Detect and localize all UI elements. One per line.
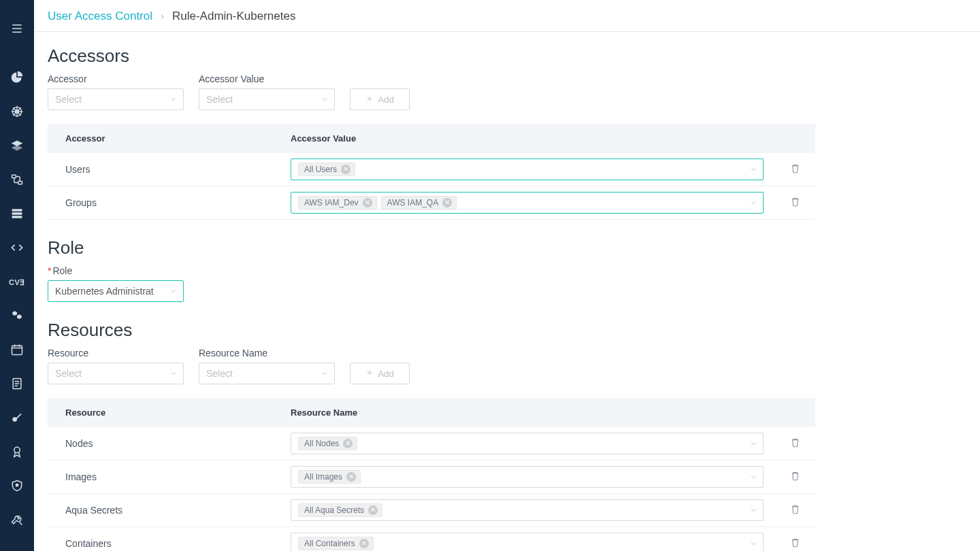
tag-multiselect[interactable]: All Images✕	[291, 466, 764, 488]
chevron-down-icon	[169, 95, 178, 103]
select-placeholder: Select	[55, 368, 165, 379]
resources-heading: Resources	[48, 320, 966, 341]
sidebar-item-settings[interactable]	[0, 503, 34, 537]
table-row: GroupsAWS IAM_Dev✕AWS IAM_QA✕	[48, 186, 815, 220]
svg-line-33	[19, 522, 22, 524]
select-placeholder: Select	[206, 94, 316, 105]
svg-rect-12	[18, 181, 22, 184]
delete-row-button[interactable]	[790, 197, 800, 207]
svg-marker-10	[12, 145, 23, 150]
svg-rect-15	[12, 216, 22, 218]
network-icon	[10, 173, 24, 188]
delete-row-button[interactable]	[790, 471, 800, 481]
tag: All Aqua Secrets✕	[298, 503, 382, 517]
accessors-table-header-accessor: Accessor	[48, 124, 282, 153]
accessor-value-label: Accessor Value	[199, 73, 335, 84]
svg-marker-16	[12, 311, 17, 316]
resources-filter-row: Resource Select Resource Name Select Ad	[48, 348, 966, 384]
delete-row-button[interactable]	[790, 163, 800, 173]
resource-name-label: Resource Name	[199, 348, 335, 358]
calendar-icon	[10, 343, 24, 358]
pie-chart-icon	[10, 71, 24, 86]
role-select[interactable]: Kubernetes Administrat	[48, 280, 184, 302]
select-placeholder: Select	[206, 368, 316, 379]
chevron-down-icon	[749, 473, 757, 481]
server-icon	[10, 207, 24, 222]
remove-tag-button[interactable]: ✕	[359, 539, 369, 548]
table-row: ImagesAll Images✕	[48, 461, 815, 494]
tag-multiselect[interactable]: AWS IAM_Dev✕AWS IAM_QA✕	[291, 192, 764, 214]
select-placeholder: Select	[55, 94, 165, 105]
resource-name-select[interactable]: Select	[199, 363, 335, 384]
menu-toggle-button[interactable]	[0, 12, 34, 46]
award-icon	[10, 445, 24, 461]
plus-icon	[365, 95, 374, 105]
add-accessor-button[interactable]: Add	[350, 88, 410, 110]
chevron-right-icon	[159, 10, 165, 23]
tools-icon	[10, 513, 24, 529]
key-icon	[10, 411, 24, 427]
sidebar-item-integrations[interactable]	[0, 299, 34, 333]
sidebar-item-code[interactable]	[0, 231, 34, 265]
tag-multiselect[interactable]: All Nodes✕	[291, 433, 764, 454]
accessor-select[interactable]: Select	[48, 88, 184, 110]
resources-table-header-resource: Resource	[48, 398, 282, 427]
delete-row-button[interactable]	[790, 537, 800, 548]
svg-rect-11	[12, 175, 16, 178]
sidebar-item-reports[interactable]	[0, 367, 34, 401]
resources-table-header-name: Resource Name	[282, 398, 774, 427]
chevron-down-icon	[169, 287, 178, 295]
tag-multiselect[interactable]: All Containers✕	[291, 533, 764, 551]
row-name: Images	[48, 461, 282, 494]
role-heading: Role	[48, 237, 966, 258]
delete-row-button[interactable]	[790, 437, 800, 448]
svg-rect-30	[16, 413, 21, 418]
tag-label: All Nodes	[304, 439, 339, 448]
tag-label: AWS IAM_QA	[387, 198, 439, 207]
sidebar-item-network[interactable]	[0, 163, 34, 197]
remove-tag-button[interactable]: ✕	[363, 198, 372, 207]
sidebar-item-layers[interactable]	[0, 129, 34, 163]
accessor-value-select[interactable]: Select	[199, 88, 335, 110]
remove-tag-button[interactable]: ✕	[346, 472, 356, 482]
remove-tag-button[interactable]: ✕	[368, 505, 378, 515]
sidebar-item-security[interactable]	[0, 469, 34, 503]
accessors-table: Accessor Accessor Value UsersAll Users✕G…	[48, 124, 815, 220]
svg-point-31	[14, 447, 20, 452]
delete-row-button[interactable]	[790, 504, 800, 514]
role-label: *Role	[48, 265, 966, 276]
remove-tag-button[interactable]: ✕	[343, 439, 353, 448]
chevron-down-icon	[749, 539, 757, 548]
svg-rect-13	[12, 209, 22, 211]
svg-marker-17	[17, 314, 22, 319]
tag-multiselect[interactable]: All Aqua Secrets✕	[291, 499, 764, 521]
chevron-down-icon	[749, 165, 757, 173]
tag-label: All Images	[304, 472, 342, 482]
layers-icon	[10, 139, 24, 154]
document-icon	[10, 377, 24, 393]
row-name: Users	[48, 153, 282, 186]
tag: All Containers✕	[298, 537, 374, 550]
tag-multiselect[interactable]: All Users✕	[291, 158, 764, 180]
sidebar-item-calendar[interactable]	[0, 333, 34, 367]
resource-label: Resource	[48, 348, 184, 358]
remove-tag-button[interactable]: ✕	[341, 165, 350, 174]
sidebar-item-secrets[interactable]	[0, 401, 34, 435]
tag: AWS IAM_QA✕	[381, 196, 457, 210]
table-row: ContainersAll Containers✕	[48, 527, 815, 552]
sidebar-item-dashboard[interactable]	[0, 61, 34, 95]
table-row: NodesAll Nodes✕	[48, 427, 815, 461]
helm-wheel-icon	[10, 105, 24, 120]
remove-tag-button[interactable]: ✕	[442, 198, 452, 207]
sidebar-item-servers[interactable]	[0, 197, 34, 231]
sidebar-item-kubernetes[interactable]	[0, 95, 34, 129]
accessors-filter-row: Accessor Select Accessor Value Select Ad…	[48, 73, 966, 110]
resource-select[interactable]: Select	[48, 363, 184, 384]
breadcrumb-parent-link[interactable]: User Access Control	[48, 10, 152, 23]
chevron-down-icon	[749, 439, 757, 448]
tag-label: All Users	[304, 165, 337, 174]
accessors-heading: Accessors	[48, 46, 966, 67]
sidebar-item-compliance[interactable]	[0, 435, 34, 469]
add-resource-button[interactable]: Add	[350, 363, 410, 384]
sidebar-item-cve[interactable]: CVƎ	[0, 265, 34, 299]
